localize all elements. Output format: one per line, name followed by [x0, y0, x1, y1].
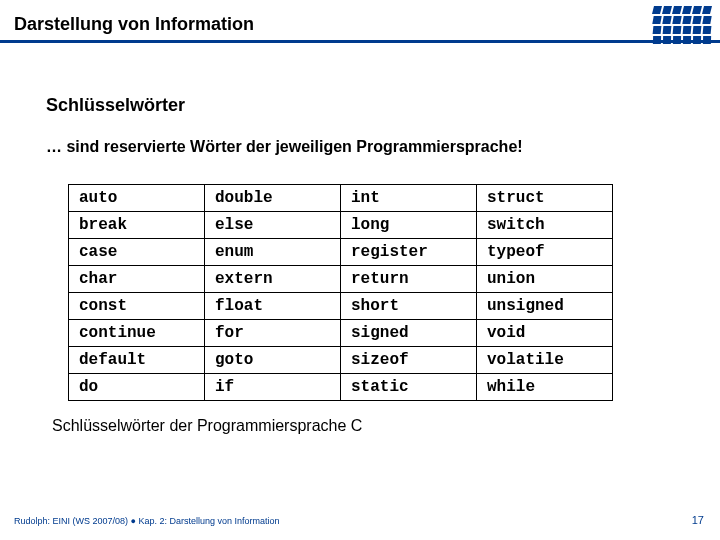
- table-cell: void: [477, 320, 613, 347]
- table-cell: return: [341, 266, 477, 293]
- table-cell: break: [69, 212, 205, 239]
- table-cell: char: [69, 266, 205, 293]
- table-cell: float: [205, 293, 341, 320]
- table-cell: unsigned: [477, 293, 613, 320]
- table-cell: register: [341, 239, 477, 266]
- table-row: case enum register typeof: [69, 239, 613, 266]
- table-row: default goto sizeof volatile: [69, 347, 613, 374]
- table-cell: if: [205, 374, 341, 401]
- page-title: Darstellung von Information: [14, 14, 254, 35]
- table-caption: Schlüsselwörter der Programmiersprache C: [52, 417, 665, 435]
- table-cell: default: [69, 347, 205, 374]
- main-content: Schlüsselwörter … sind reservierte Wörte…: [46, 95, 665, 435]
- table-cell: extern: [205, 266, 341, 293]
- table-cell: goto: [205, 347, 341, 374]
- table-cell: else: [205, 212, 341, 239]
- table-cell: enum: [205, 239, 341, 266]
- table-cell: for: [205, 320, 341, 347]
- keywords-table: auto double int struct break else long s…: [68, 184, 613, 401]
- table-cell: case: [69, 239, 205, 266]
- table-cell: auto: [69, 185, 205, 212]
- table-row: const float short unsigned: [69, 293, 613, 320]
- table-cell: while: [477, 374, 613, 401]
- table-cell: short: [341, 293, 477, 320]
- table-row: char extern return union: [69, 266, 613, 293]
- header-divider: [0, 40, 720, 43]
- section-subheading: … sind reservierte Wörter der jeweiligen…: [46, 138, 665, 156]
- table-cell: signed: [341, 320, 477, 347]
- table-cell: static: [341, 374, 477, 401]
- footer-sep: ●: [128, 516, 138, 526]
- table-cell: sizeof: [341, 347, 477, 374]
- table-row: continue for signed void: [69, 320, 613, 347]
- section-heading: Schlüsselwörter: [46, 95, 665, 116]
- table-cell: typeof: [477, 239, 613, 266]
- table-cell: double: [205, 185, 341, 212]
- brand-logo: [642, 5, 712, 45]
- table-row: do if static while: [69, 374, 613, 401]
- table-cell: continue: [69, 320, 205, 347]
- table-row: break else long switch: [69, 212, 613, 239]
- table-cell: int: [341, 185, 477, 212]
- table-cell: do: [69, 374, 205, 401]
- page-number: 17: [692, 514, 704, 526]
- table-cell: union: [477, 266, 613, 293]
- footer: Rudolph: EINI (WS 2007/08) ● Kap. 2: Dar…: [14, 516, 280, 526]
- footer-author: Rudolph: EINI (WS 2007/08): [14, 516, 128, 526]
- footer-chapter: Kap. 2: Darstellung von Information: [139, 516, 280, 526]
- table-cell: switch: [477, 212, 613, 239]
- table-cell: struct: [477, 185, 613, 212]
- table-cell: long: [341, 212, 477, 239]
- table-row: auto double int struct: [69, 185, 613, 212]
- table-cell: volatile: [477, 347, 613, 374]
- table-cell: const: [69, 293, 205, 320]
- logo-grid-icon: [642, 5, 712, 45]
